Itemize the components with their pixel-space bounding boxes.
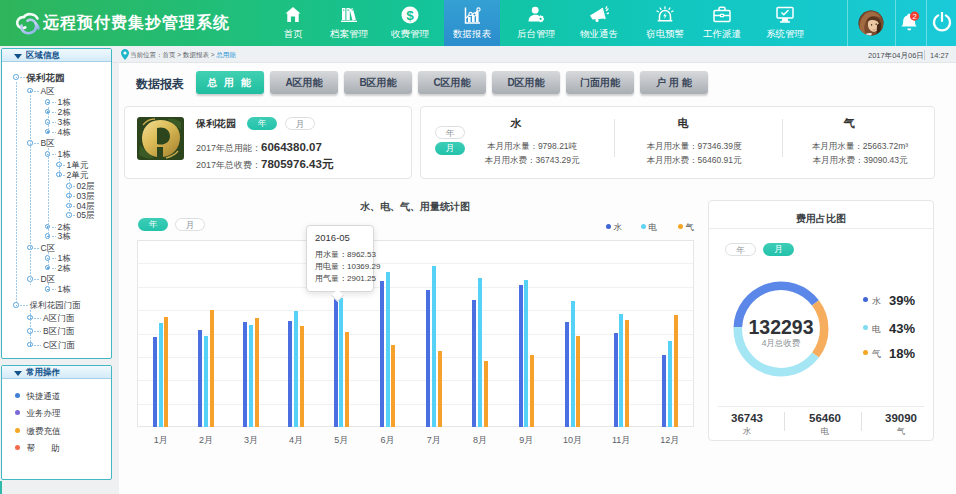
svg-text:2: 2 [912,12,916,21]
svg-text:$: $ [406,8,414,23]
